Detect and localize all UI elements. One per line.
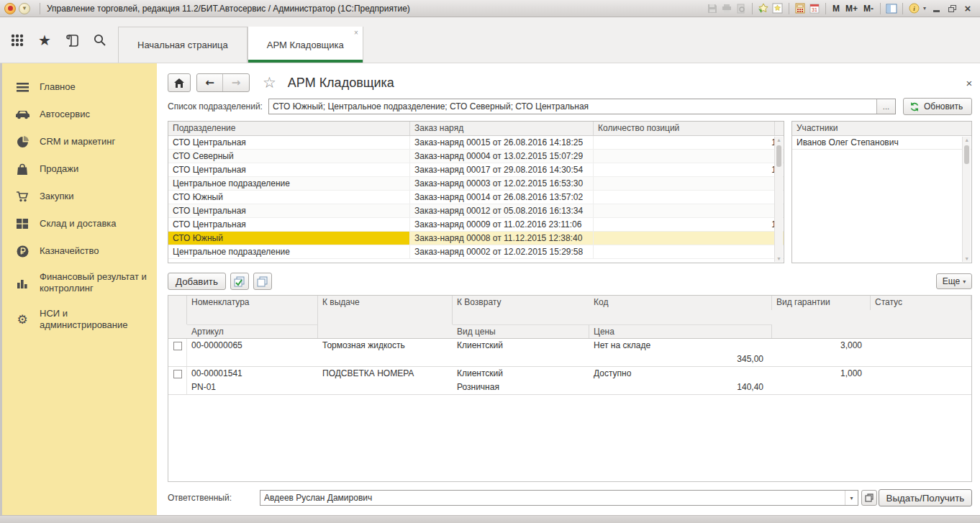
calculator-icon[interactable] xyxy=(793,2,807,15)
row-checkbox[interactable] xyxy=(173,342,182,350)
bar-chart-icon xyxy=(15,276,30,290)
col-status[interactable]: Статус xyxy=(871,296,971,310)
chevron-down-icon: ▾ xyxy=(963,278,966,285)
order-row[interactable]: СТО СеверныйЗаказ-наряд 00004 от 13.02.2… xyxy=(168,150,784,163)
row-checkbox[interactable] xyxy=(173,370,182,378)
responsible-input[interactable] xyxy=(260,491,845,505)
col-nomenclature[interactable]: Номенклатура xyxy=(187,296,318,324)
order-row-selected[interactable]: СТО ЮжныйЗаказ-наряд 00008 от 11.12.2015… xyxy=(168,232,784,245)
favorite-star-icon[interactable]: ☆ xyxy=(263,74,276,91)
col-division[interactable]: Подразделение xyxy=(168,122,410,135)
order-row[interactable]: Центральное подразделениеЗаказ-наряд 000… xyxy=(168,245,784,259)
sidebar-item-admin[interactable]: ⚙ НСИ и администрирование xyxy=(2,301,157,338)
status-strip xyxy=(0,515,980,523)
save-icon[interactable] xyxy=(705,2,720,15)
refresh-button[interactable]: Обновить xyxy=(903,98,972,115)
col-warranty-kind[interactable]: Вид гарантии xyxy=(772,296,871,310)
add-button[interactable]: Добавить xyxy=(168,273,226,290)
window-titlebar: ▼ Управление торговлей, редакция 11.2/БИ… xyxy=(0,0,980,17)
history-icon[interactable] xyxy=(63,32,81,49)
sidebar-item-warehouse[interactable]: Склад и доставка xyxy=(2,210,157,237)
col-to-issue[interactable]: К выдаче xyxy=(318,296,453,324)
sidebar-item-finance[interactable]: Финансовый результат и контроллинг xyxy=(2,265,157,301)
sidebar-item-purchases[interactable]: Закупки xyxy=(2,183,157,210)
col-price-kind[interactable]: Вид цены xyxy=(453,324,589,338)
tab-close-icon[interactable]: × xyxy=(354,29,358,37)
gear-icon: ⚙ xyxy=(15,312,30,327)
forward-button[interactable]: → xyxy=(223,74,249,91)
participants-scrollbar[interactable]: ▲▼ xyxy=(962,137,971,262)
sidebar-item-autoservice[interactable]: Автосервис xyxy=(2,101,157,128)
main-area: ← → ☆ АРМ Кладовщика × Список подразделе… xyxy=(157,63,980,515)
split-window-icon[interactable] xyxy=(884,2,899,15)
col-to-return[interactable]: К Возврату xyxy=(453,296,589,324)
order-row[interactable]: Центральное подразделениеЗаказ-наряд 000… xyxy=(168,177,784,191)
refresh-icon xyxy=(909,102,920,112)
sidebar-item-main[interactable]: Главное xyxy=(2,73,157,101)
restore-button[interactable] xyxy=(944,2,960,15)
tab-arm-storekeeper[interactable]: АРМ Кладовщика × xyxy=(248,27,363,63)
divisions-field: ... xyxy=(268,99,896,114)
order-row[interactable]: СТО ЮжныйЗаказ-наряд 00014 от 26.08.2016… xyxy=(168,191,784,204)
item-row[interactable]: 00-00001541 ПОДСВЕТКА НОМЕРА Клиентский … xyxy=(168,367,971,395)
home-button[interactable] xyxy=(168,73,191,92)
divisions-label: Список подразделений: xyxy=(168,101,263,112)
back-button[interactable]: ← xyxy=(197,74,223,91)
cart-icon xyxy=(15,189,30,204)
window-title: Управление торговлей, редакция 11.2/БИТ.… xyxy=(47,4,410,14)
sidebar-item-crm[interactable]: CRM и маркетинг xyxy=(2,128,157,155)
responsible-dropdown-icon[interactable]: ▾ xyxy=(845,491,858,505)
favorites-star-icon[interactable]: ★ xyxy=(36,32,53,49)
close-button[interactable]: × xyxy=(960,2,976,15)
minimize-button[interactable] xyxy=(928,2,944,15)
col-code[interactable]: Код xyxy=(589,296,772,310)
participant-row[interactable]: Иванов Олег Степанович xyxy=(792,136,971,150)
order-row[interactable]: СТО ЦентральнаяЗаказ-наряд 00012 от 05.0… xyxy=(168,204,784,218)
col-price[interactable]: Цена xyxy=(589,324,772,338)
memory-m-minus-button[interactable]: M- xyxy=(861,4,876,14)
participants-header[interactable]: Участники xyxy=(792,122,971,136)
main-menu-grid-icon[interactable] xyxy=(9,32,26,49)
orders-table: Подразделение Заказ наряд Количество поз… xyxy=(168,121,784,263)
ruble-circle-icon xyxy=(15,244,30,258)
memory-m-plus-button[interactable]: M+ xyxy=(843,4,861,14)
col-qty[interactable]: Количество позиций xyxy=(594,122,775,135)
form-close-icon[interactable]: × xyxy=(966,77,973,89)
col-article[interactable]: Артикул xyxy=(187,324,318,338)
order-row[interactable]: СТО ЦентральнаяЗаказ-наряд 00015 от 26.0… xyxy=(168,136,784,150)
uncheck-all-icon[interactable] xyxy=(253,273,272,290)
tab-home-page[interactable]: Начальная страница xyxy=(118,27,248,63)
menu-lines-icon xyxy=(15,80,30,94)
add-favorite-icon[interactable] xyxy=(756,2,771,15)
divisions-select-button[interactable]: ... xyxy=(876,99,895,114)
issue-receive-button[interactable]: Выдать/Получить xyxy=(879,489,973,506)
sidebar-item-sales[interactable]: Продажи xyxy=(2,155,157,183)
sidebar-item-treasury[interactable]: Казначейство xyxy=(2,237,157,265)
scrollbar-thumb[interactable] xyxy=(776,145,781,167)
favorites-icon[interactable] xyxy=(771,2,785,15)
col-order[interactable]: Заказ наряд xyxy=(410,122,594,135)
info-icon[interactable]: i xyxy=(907,2,921,15)
orders-scrollbar[interactable]: ▲▼ xyxy=(774,137,783,262)
calendar-icon[interactable]: 31 xyxy=(807,2,822,15)
tab-label: АРМ Кладовщика xyxy=(267,40,344,50)
1c-logo-icon[interactable] xyxy=(4,3,16,14)
print-icon[interactable] xyxy=(720,2,734,15)
divisions-input[interactable] xyxy=(269,99,876,114)
responsible-label: Ответственный: xyxy=(168,493,260,503)
more-button[interactable]: Еще▾ xyxy=(936,273,972,289)
order-row[interactable]: СТО ЦентральнаяЗаказ-наряд 00017 от 29.0… xyxy=(168,163,784,177)
system-menu-chevron-icon[interactable]: ▼ xyxy=(19,3,30,14)
scrollbar-thumb[interactable] xyxy=(964,145,969,164)
warehouse-boxes-icon xyxy=(15,217,30,231)
info-dropdown-icon[interactable]: ▾ xyxy=(921,2,928,15)
print-preview-icon[interactable] xyxy=(734,2,748,15)
open-in-window-icon[interactable] xyxy=(861,490,877,506)
order-row[interactable]: СТО ЦентральнаяЗаказ-наряд 00009 от 11.0… xyxy=(168,218,784,232)
search-icon[interactable] xyxy=(91,32,108,49)
items-table: Код Номенклатура Вид гарантии Статус К в… xyxy=(168,295,972,482)
check-all-icon[interactable] xyxy=(230,273,249,290)
memory-m-button[interactable]: M xyxy=(830,4,843,14)
participants-panel: Участники Иванов Олег Степанович ▲▼ xyxy=(791,121,972,263)
item-row[interactable]: 00-00000065 Тормозная жидкость Клиентски… xyxy=(168,339,971,367)
